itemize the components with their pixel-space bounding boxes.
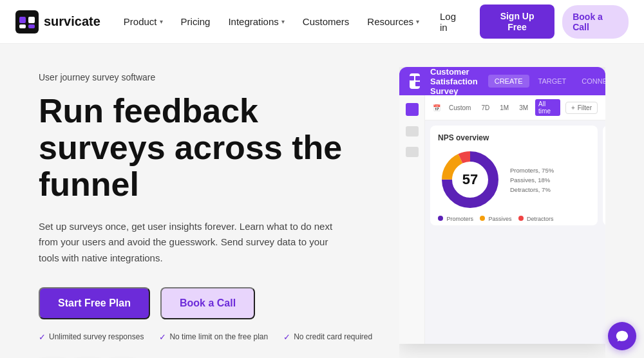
badge-no-limit-label: No time limit on the free plan — [169, 332, 268, 341]
nps-score: 57 — [462, 171, 478, 188]
chat-bubble-button[interactable] — [608, 322, 636, 350]
legend-promoters: Promoters — [438, 216, 473, 222]
passives-dot — [480, 216, 485, 221]
sidebar-icon-list[interactable] — [406, 126, 419, 137]
legend-passives: Passives — [480, 216, 512, 222]
filter-button[interactable]: + Filter — [565, 102, 598, 114]
onboarding-card: Onboarding experience 1007550250 10 — [603, 126, 605, 225]
dashboard-main: 📅 Custom 7D 1M 3M All time + Filter — [425, 95, 605, 344]
chevron-down-icon: ▾ — [281, 18, 285, 25]
hero-title: Run feedback surveys across the funnel — [39, 93, 374, 203]
badge-no-card-label: No credit card required — [294, 332, 372, 341]
filter-custom[interactable]: Custom — [446, 103, 474, 113]
detractors-label: Detractors, 7% — [510, 186, 554, 193]
legend-detractors: Detractors — [518, 216, 554, 222]
nps-card: NPS overview — [430, 126, 598, 225]
dashboard-header: Customer Satisfaction Survey CREATE TARG… — [399, 67, 605, 95]
svg-rect-1 — [19, 17, 26, 23]
filter-all-time[interactable]: All time — [535, 99, 560, 116]
svg-rect-7 — [415, 82, 420, 86]
nav-right: Log in Sign Up Free Book a Call — [432, 5, 629, 39]
svg-rect-5 — [410, 76, 414, 80]
badge-no-limit: ✓ No time limit on the free plan — [159, 332, 268, 342]
nps-legend: Promoters Passives Detractors — [438, 216, 590, 222]
signup-button[interactable]: Sign Up Free — [480, 5, 554, 39]
navbar: survicate Product ▾ Pricing Integrations… — [0, 0, 644, 44]
dashboard-toolbar: 📅 Custom 7D 1M 3M All time + Filter — [425, 95, 605, 120]
login-button[interactable]: Log in — [432, 6, 472, 38]
nav-integrations-label: Integrations — [228, 16, 278, 27]
hero-buttons: Start Free Plan Book a Call — [39, 287, 374, 319]
chevron-down-icon: ▾ — [416, 18, 419, 25]
nav-product[interactable]: Product ▾ — [116, 12, 171, 31]
filter-1m[interactable]: 1M — [497, 103, 512, 113]
hero-description: Set up surveys once, get user insights f… — [39, 219, 335, 267]
tab-target[interactable]: TARGET — [532, 75, 573, 88]
nav-product-label: Product — [124, 16, 157, 27]
brand-name: survicate — [44, 14, 100, 29]
nav-pricing-label: Pricing — [181, 16, 211, 27]
nps-donut: 57 — [438, 147, 502, 212]
hero-badges: ✓ Unlimited survey responses ✓ No time l… — [39, 332, 374, 342]
tab-create[interactable]: CREATE — [488, 75, 529, 88]
promoters-label: Promoters, 75% — [510, 167, 554, 174]
charts-row: NPS overview — [425, 120, 605, 344]
check-icon: ✓ — [159, 332, 166, 342]
promoters-dot — [438, 216, 443, 221]
dashboard-sidebar — [399, 95, 425, 344]
filter-3m[interactable]: 3M — [516, 103, 531, 113]
start-free-button[interactable]: Start Free Plan — [39, 287, 150, 319]
filter-7d[interactable]: 7D — [478, 103, 493, 113]
nps-labels: Promoters, 75% Passives, 18% Detractors,… — [510, 167, 554, 193]
dashboard-title: Customer Satisfaction Survey — [430, 67, 478, 96]
nav-book-call-button[interactable]: Book a Call — [562, 5, 629, 39]
nps-title: NPS overview — [438, 133, 590, 142]
nav-integrations[interactable]: Integrations ▾ — [220, 12, 292, 31]
chevron-down-icon: ▾ — [160, 18, 163, 25]
calendar-icon: 📅 — [433, 104, 440, 111]
check-icon: ✓ — [283, 332, 290, 342]
svg-rect-6 — [415, 76, 420, 80]
hero-right: Customer Satisfaction Survey CREATE TARG… — [399, 67, 605, 358]
nav-customers-label: Customers — [303, 16, 350, 27]
tab-connect[interactable]: CONNECT — [575, 75, 605, 88]
nav-resources-label: Resources — [367, 16, 413, 27]
detractors-dot — [518, 216, 524, 221]
nav-links: Product ▾ Pricing Integrations ▾ Custome… — [116, 12, 427, 31]
svg-rect-2 — [28, 17, 35, 23]
nav-resources[interactable]: Resources ▾ — [359, 12, 427, 31]
badge-unlimited-label: Unlimited survey responses — [49, 332, 144, 341]
passives-label: Passives, 18% — [510, 176, 554, 184]
logo[interactable]: survicate — [15, 10, 100, 33]
sidebar-icon-mail[interactable] — [406, 147, 419, 157]
sidebar-icon-charts[interactable] — [406, 103, 419, 116]
filter-plus-icon: + — [571, 104, 575, 111]
nps-chart: 57 Promoters, 75% Passives, 18% Detracto… — [438, 147, 590, 212]
filter-label: Filter — [578, 104, 592, 111]
brand-logo-icon — [15, 10, 39, 33]
hero-subtitle: User journey survey software — [39, 72, 374, 82]
dashboard-body: 📅 Custom 7D 1M 3M All time + Filter — [399, 95, 605, 344]
hero-left: User journey survey software Run feedbac… — [39, 67, 374, 358]
dashboard-tabs: CREATE TARGET CONNECT LAUNCH — [488, 75, 605, 88]
badge-no-card: ✓ No credit card required — [283, 332, 372, 342]
svg-rect-3 — [19, 24, 26, 28]
nav-customers[interactable]: Customers — [295, 12, 357, 31]
svg-rect-4 — [28, 24, 35, 28]
badge-unlimited: ✓ Unlimited survey responses — [39, 332, 144, 342]
book-call-button[interactable]: Book a Call — [160, 287, 255, 319]
dashboard-screenshot: Customer Satisfaction Survey CREATE TARG… — [399, 67, 605, 344]
check-icon: ✓ — [39, 332, 46, 342]
dashboard-logo — [410, 73, 420, 89]
hero-section: User journey survey software Run feedbac… — [0, 44, 644, 358]
svg-rect-0 — [15, 10, 39, 33]
time-filters: Custom 7D 1M 3M All time — [446, 99, 560, 116]
nav-pricing[interactable]: Pricing — [173, 12, 218, 31]
